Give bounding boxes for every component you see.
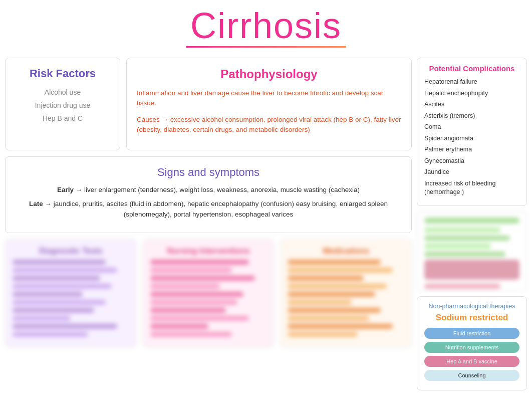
complication-0: Hepatorenal failure xyxy=(424,78,519,87)
blurred-right-box xyxy=(417,211,527,291)
top-row: Risk Factors Alcohol use Injection drug … xyxy=(5,58,412,150)
risk-item-2: Injection drug use xyxy=(16,101,110,109)
blurred-title-2: Nursing Interventions xyxy=(150,247,267,256)
complications-title: Potential Complications xyxy=(424,64,519,73)
late-text: jaundice, pruritis, ascites (fluid in ab… xyxy=(54,200,388,218)
signs-late: Late → jaundice, pruritis, ascites (flui… xyxy=(18,199,399,220)
pill-3: Counseling xyxy=(424,370,519,381)
complication-9: Increased risk of bleeding (hemorrhage ) xyxy=(424,179,519,197)
page-wrapper: Cirrhosis Risk Factors Alcohol use Injec… xyxy=(0,0,532,390)
blurred-card-diagnostic: Diagnostic Tests xyxy=(5,239,137,347)
patho-description: Inflammation and liver damage cause the … xyxy=(137,88,401,109)
complication-7: Gynecomastia xyxy=(424,157,519,166)
complication-6: Palmer erythema xyxy=(424,145,519,154)
early-label: Early → xyxy=(57,186,82,193)
complication-4: Coma xyxy=(424,123,519,132)
risk-factors-box: Risk Factors Alcohol use Injection drug … xyxy=(5,58,120,150)
complication-1: Hepatic encheophopity xyxy=(424,89,519,98)
causes-text: excessive alcohol consumption, prolonged… xyxy=(137,116,401,133)
pathophysiology-title: Pathophysiology xyxy=(137,67,401,81)
patho-causes: Causes → excessive alcohol consumption, … xyxy=(137,115,401,135)
complication-8: Jaundice xyxy=(424,168,519,177)
signs-box: Signs and symptoms Early → liver enlarge… xyxy=(5,156,412,233)
risk-item-3: Hep B and C xyxy=(16,114,110,122)
complications-list: Hepatorenal failure Hepatic encheophopit… xyxy=(424,78,519,197)
complication-2: Ascites xyxy=(424,100,519,109)
early-text: liver enlargement (tenderness), weight l… xyxy=(84,186,360,193)
blurred-title-1: Diagnostic Tests xyxy=(13,247,129,256)
pharma-box: Non-pharmacological therapies Sodium res… xyxy=(417,296,527,390)
complication-5: Spider angiomata xyxy=(424,134,519,143)
blurred-title-3: Medications xyxy=(288,247,404,256)
complication-3: Asterixis (tremors) xyxy=(424,112,519,121)
signs-title: Signs and symptoms xyxy=(18,166,399,179)
left-main: Risk Factors Alcohol use Injection drug … xyxy=(5,58,412,390)
title-underline xyxy=(186,46,346,48)
sodium-restricted: Sodium restricted xyxy=(424,313,519,323)
content-area: Risk Factors Alcohol use Injection drug … xyxy=(0,58,532,390)
pill-1: Nutrition supplements xyxy=(424,342,519,353)
risk-factors-title: Risk Factors xyxy=(16,67,110,80)
pathophysiology-box: Pathophysiology Inflammation and liver d… xyxy=(126,58,412,150)
signs-early: Early → liver enlargement (tenderness), … xyxy=(18,185,399,195)
blurred-card-medications: Medications xyxy=(280,239,412,347)
right-sidebar: Potential Complications Hepatorenal fail… xyxy=(417,58,527,390)
blurred-card-nursing: Nursing Interventions xyxy=(143,239,275,347)
nonpharm-label: Non-pharmacological therapies xyxy=(424,303,519,310)
risk-item-1: Alcohol use xyxy=(16,88,110,96)
late-label: Late → xyxy=(29,200,52,208)
pill-2: Hep A and B vaccine xyxy=(424,356,519,367)
causes-label: Causes → xyxy=(137,116,168,123)
pill-0: Fluid restriction xyxy=(424,328,519,339)
page-title: Cirrhosis xyxy=(0,0,532,46)
risk-factors-list: Alcohol use Injection drug use Hep B and… xyxy=(16,88,110,122)
complications-box: Potential Complications Hepatorenal fail… xyxy=(417,58,527,206)
bottom-row: Diagnostic Tests Nursing Interventions xyxy=(5,239,412,347)
